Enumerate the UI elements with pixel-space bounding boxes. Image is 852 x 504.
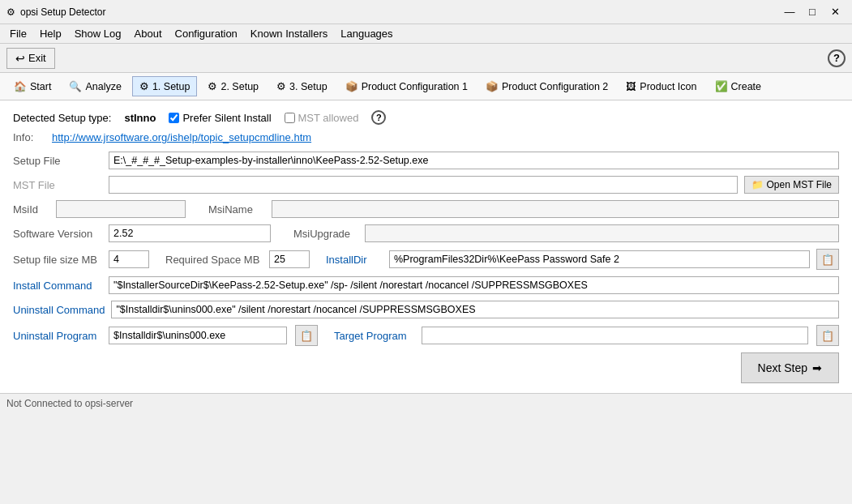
exit-button[interactable]: ↩ Exit (6, 48, 55, 69)
analyze-icon: 🔍 (69, 80, 82, 92)
open-mst-button[interactable]: 📁 Open MST File (744, 176, 839, 194)
prefer-silent-checkbox[interactable] (169, 113, 179, 123)
exit-label: Exit (28, 52, 46, 64)
maximize-button[interactable]: □ (802, 3, 823, 21)
uninstall-program-copy-button[interactable]: 📋 (295, 325, 318, 346)
next-step-label: Next Step (758, 361, 807, 374)
step-product-config-1-label: Product Configuration 1 (362, 81, 468, 92)
setup-file-input[interactable] (109, 152, 839, 169)
uninstall-program-label: Uninstall Program (13, 330, 102, 342)
status-text: Not Connected to opsi-server (6, 398, 133, 409)
step-create-label: Create (731, 81, 762, 92)
next-step-arrow-icon: ➡ (812, 361, 822, 374)
step-2-setup[interactable]: ⚙ 2. Setup (200, 76, 266, 96)
app-icon: ⚙ (6, 6, 15, 18)
step-product-icon[interactable]: 🖼 Product Icon (619, 77, 704, 96)
step-3-setup-label: 3. Setup (289, 81, 328, 92)
detected-value: stInno (124, 112, 156, 124)
step-start[interactable]: 🏠 Start (6, 76, 58, 96)
uninstall-command-input[interactable] (111, 301, 839, 318)
titlebar-controls: — □ ✕ (779, 3, 846, 21)
step-3-setup[interactable]: ⚙ 3. Setup (269, 76, 335, 96)
required-space-input[interactable] (269, 250, 310, 268)
titlebar-left: ⚙ opsi Setup Detector (6, 6, 105, 18)
titlebar: ⚙ opsi Setup Detector — □ ✕ (0, 0, 852, 24)
minimize-button[interactable]: — (779, 3, 800, 21)
uninstall-command-row: Uninstall Command (13, 301, 839, 318)
steps-nav: 🏠 Start 🔍 Analyze ⚙ 1. Setup ⚙ 2. Setup … (0, 73, 852, 100)
product-config2-icon: 📦 (486, 80, 499, 92)
product-icon-icon: 🖼 (626, 81, 636, 92)
detected-label: Detected Setup type: (13, 112, 111, 124)
menu-known-installers[interactable]: Known Installers (244, 26, 334, 41)
uninstall-program-row: Uninstall Program 📋 Target Program 📋 (13, 325, 839, 346)
msiid-label: MsiId (13, 203, 49, 216)
copy-icon-2: 📋 (300, 330, 313, 342)
install-command-input[interactable] (109, 276, 839, 294)
setup-size-label: Setup file size MB (13, 254, 102, 266)
menu-file[interactable]: File (3, 26, 33, 41)
step-analyze[interactable]: 🔍 Analyze (62, 76, 128, 96)
target-program-input[interactable] (422, 327, 808, 344)
menubar: File Help Show Log About Configuration K… (0, 24, 852, 44)
step-start-label: Start (30, 81, 51, 92)
start-icon: 🏠 (14, 80, 27, 92)
setup3-icon: ⚙ (276, 80, 286, 92)
info-label: Info: (13, 131, 45, 143)
msiupgrade-label: MsiUpgrade (293, 228, 358, 240)
step-product-config-2[interactable]: 📦 Product Configuration 2 (478, 76, 615, 96)
mst-allowed-text: MST allowed (298, 112, 359, 124)
software-version-input[interactable] (109, 224, 271, 242)
menu-help[interactable]: Help (33, 26, 68, 41)
msiname-input[interactable] (272, 200, 839, 218)
toolbar: ↩ Exit ? (0, 44, 852, 73)
install-dir-label: InstallDir (326, 254, 383, 266)
menu-showlog[interactable]: Show Log (68, 26, 128, 41)
info-link[interactable]: http://www.jrsoftware.org/ishelp/topic_s… (52, 131, 311, 143)
mst-allowed-checkbox[interactable] (285, 113, 295, 123)
size-row: Setup file size MB Required Space MB Ins… (13, 249, 839, 270)
setup2-icon: ⚙ (208, 80, 217, 92)
create-icon: ✅ (715, 80, 728, 92)
next-step-button[interactable]: Next Step ➡ (741, 352, 839, 383)
setup-file-label: Setup File (13, 155, 102, 167)
install-command-row: Install Command (13, 276, 839, 294)
open-mst-label: Open MST File (767, 179, 832, 190)
install-dir-copy-button[interactable]: 📋 (816, 249, 839, 270)
menu-configuration[interactable]: Configuration (169, 26, 244, 41)
msiupgrade-input[interactable] (365, 224, 839, 242)
close-button[interactable]: ✕ (824, 3, 846, 21)
copy-icon: 📋 (821, 254, 834, 266)
msiid-input[interactable] (56, 200, 186, 218)
uninstall-command-label: Uninstall Command (13, 304, 105, 316)
menu-languages[interactable]: Languages (334, 26, 399, 41)
statusbar: Not Connected to opsi-server (0, 393, 852, 412)
msi-row: MsiId MsiName (13, 200, 839, 218)
install-dir-input[interactable] (389, 250, 810, 268)
step-2-setup-label: 2. Setup (220, 81, 259, 92)
mst-file-row: MST File 📁 Open MST File (13, 176, 839, 194)
setup-size-input[interactable] (109, 250, 149, 268)
mst-allowed-label[interactable]: MST allowed (285, 112, 359, 124)
uninstall-program-input[interactable] (109, 327, 287, 344)
help-button[interactable]: ? (828, 49, 846, 67)
step-product-config-1[interactable]: 📦 Product Configuration 1 (338, 76, 475, 96)
install-command-label: Install Command (13, 280, 102, 292)
setup1-icon: ⚙ (139, 80, 149, 92)
mst-file-input[interactable] (109, 176, 738, 194)
target-program-label: Target Program (334, 330, 415, 342)
prefer-silent-label[interactable]: Prefer Silent Install (169, 112, 271, 124)
mst-file-label: MST File (13, 179, 102, 191)
app-title: opsi Setup Detector (20, 6, 105, 18)
setup-file-row: Setup File (13, 152, 839, 169)
step-product-icon-label: Product Icon (640, 81, 696, 92)
menu-about[interactable]: About (128, 26, 169, 41)
step-1-setup-label: 1. Setup (152, 81, 191, 92)
step-create[interactable]: ✅ Create (708, 76, 769, 96)
target-program-copy-button[interactable]: 📋 (816, 325, 839, 346)
info-row: Info: http://www.jrsoftware.org/ishelp/t… (13, 131, 839, 143)
detect-help-button[interactable]: ? (371, 110, 386, 125)
step-1-setup[interactable]: ⚙ 1. Setup (132, 76, 198, 96)
software-version-label: Software Version (13, 228, 102, 240)
copy-icon-3: 📋 (821, 330, 834, 342)
